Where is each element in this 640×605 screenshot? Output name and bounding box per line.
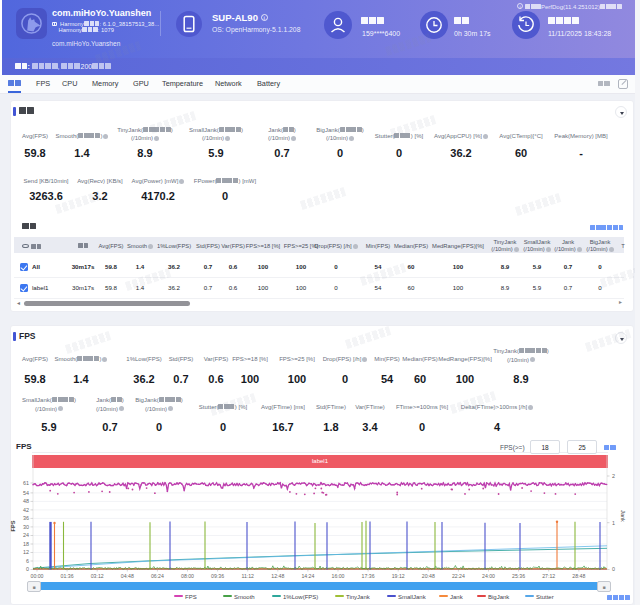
svg-text:36: 36 — [23, 515, 29, 521]
svg-text:30: 30 — [23, 524, 29, 530]
svg-text:24:00: 24:00 — [482, 573, 495, 579]
svg-text:17:36: 17:36 — [362, 573, 375, 579]
svg-text:04:48: 04:48 — [121, 573, 134, 579]
svg-text:20:48: 20:48 — [422, 573, 435, 579]
svg-text:08:00: 08:00 — [181, 573, 194, 579]
svg-text:0: 0 — [26, 566, 29, 572]
svg-text:6: 6 — [26, 558, 29, 564]
svg-text:12:48: 12:48 — [271, 573, 284, 579]
svg-text:19:12: 19:12 — [392, 573, 405, 579]
svg-text:25:36: 25:36 — [512, 573, 525, 579]
svg-text:14:24: 14:24 — [301, 573, 314, 579]
svg-text:61: 61 — [23, 480, 29, 486]
svg-text:54: 54 — [23, 490, 29, 496]
svg-text:00:00: 00:00 — [31, 573, 44, 579]
svg-text:12: 12 — [23, 549, 29, 555]
svg-text:18: 18 — [23, 541, 29, 547]
svg-text:03:12: 03:12 — [91, 573, 104, 579]
svg-text:1: 1 — [612, 520, 615, 526]
svg-text:11:12: 11:12 — [241, 573, 254, 579]
svg-text:22:24: 22:24 — [452, 573, 465, 579]
svg-text:42: 42 — [23, 507, 29, 513]
svg-text:06:24: 06:24 — [151, 573, 164, 579]
svg-text:FPS: FPS — [10, 520, 16, 531]
svg-text:0: 0 — [612, 566, 615, 572]
svg-text:28:48: 28:48 — [572, 573, 585, 579]
svg-text:16:00: 16:00 — [332, 573, 345, 579]
svg-text:09:36: 09:36 — [211, 573, 224, 579]
svg-text:2: 2 — [612, 473, 615, 479]
svg-text:01:36: 01:36 — [61, 573, 74, 579]
svg-text:Jank: Jank — [620, 510, 626, 522]
svg-text:48: 48 — [23, 498, 29, 504]
svg-text:24: 24 — [23, 532, 29, 538]
svg-text:27:12: 27:12 — [542, 573, 555, 579]
